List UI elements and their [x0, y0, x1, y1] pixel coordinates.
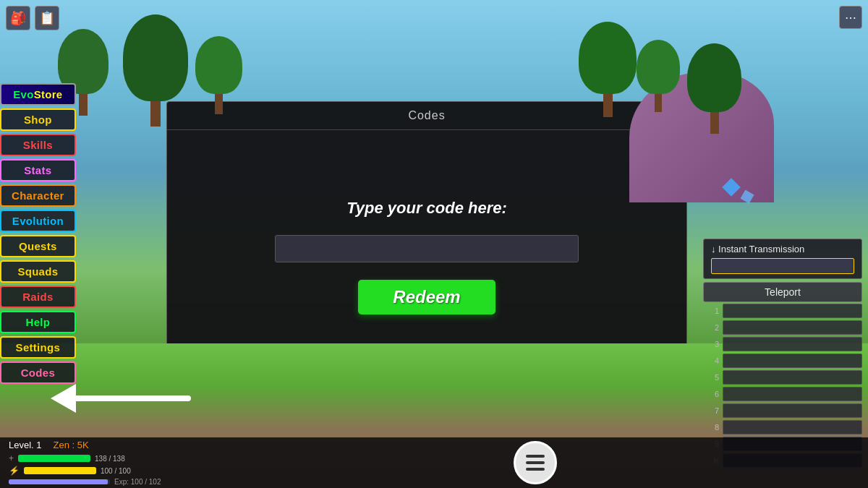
hp-row: + 138 / 138 [9, 453, 211, 463]
sidebar-item-raids[interactable]: Raids [0, 286, 76, 308]
sidebar-item-stats[interactable]: Stats [0, 159, 76, 181]
sidebar-item-skills[interactable]: Skills [0, 134, 76, 156]
menu-line-3 [526, 468, 545, 471]
sidebar-item-quests[interactable]: Quests [0, 235, 76, 257]
evo-label: Evo [13, 88, 33, 100]
ki-value: 100 / 100 [101, 467, 131, 475]
codes-modal: Codes X Type your code here: Redeem [166, 101, 687, 383]
options-icon[interactable]: ⋯ [839, 6, 862, 29]
transmission-title: ↓ Instant Transmission [711, 244, 854, 254]
sidebar-item-help[interactable]: Help [0, 311, 76, 333]
ki-bar-fill [24, 467, 96, 474]
exp-bar-fill [9, 479, 108, 484]
menu-line-2 [526, 461, 545, 464]
sidebar-item-squads[interactable]: Squads [0, 260, 76, 283]
hp-bar-fill [18, 455, 90, 462]
slot-bar-8: 8 [710, 420, 862, 435]
code-prompt: Type your code here: [346, 199, 507, 218]
ki-row: ⚡ 100 / 100 [9, 466, 211, 476]
slot-num-6: 6 [710, 390, 719, 398]
hud-zen-text: Zen : 5K [54, 440, 89, 450]
bg-tree-4 [579, 22, 637, 117]
hud-left: Level. 1 Zen : 5K + 138 / 138 ⚡ 100 / 10… [9, 440, 211, 486]
slot-bar-2: 2 [710, 320, 862, 335]
bg-tree-6 [687, 43, 741, 134]
slot-fill-3 [723, 337, 862, 351]
slot-fill-7 [723, 403, 862, 418]
slot-bar-4: 4 [710, 354, 862, 368]
menu-button[interactable] [514, 441, 557, 484]
slot-num-7: 7 [710, 406, 719, 415]
top-left-icons: 🎒 📋 [6, 6, 59, 30]
hud-center [211, 441, 859, 484]
code-input[interactable] [275, 235, 579, 262]
bg-tree-2 [123, 14, 188, 127]
svg-marker-1 [51, 384, 76, 413]
sidebar-item-character[interactable]: Character [0, 184, 76, 207]
slot-fill-8 [723, 420, 862, 435]
sidebar-item-evostore[interactable]: EvoStore [0, 83, 76, 106]
bg-crystal-1 [725, 181, 738, 194]
hud-level-text: Level. 1 [9, 440, 42, 450]
teleport-button[interactable]: Teleport [703, 282, 862, 302]
sidebar-item-shop[interactable]: Shop [0, 108, 76, 131]
bg-tree-3 [195, 36, 242, 114]
redeem-button[interactable]: Redeem [358, 280, 495, 314]
slot-fill-6 [723, 387, 862, 401]
slot-bar-3: 3 [710, 337, 862, 351]
slot-num-1: 1 [710, 307, 719, 315]
exp-label: Exp: 100 / 102 [114, 478, 161, 486]
exp-row: Exp: 100 / 102 [9, 478, 211, 486]
hp-icon: + [9, 453, 14, 463]
modal-title: Codes [408, 109, 445, 122]
notebook-icon[interactable]: 📋 [35, 6, 59, 30]
left-sidebar: EvoStore Shop Skills Stats Character Evo… [0, 83, 76, 384]
slot-bar-1: 1 [710, 304, 862, 318]
slot-num-4: 4 [710, 356, 719, 365]
slot-bar-7: 7 [710, 403, 862, 418]
slot-num-3: 3 [710, 340, 719, 348]
hud-level-zen: Level. 1 Zen : 5K [9, 440, 211, 450]
bg-crystal-2 [742, 192, 752, 202]
slot-fill-1 [723, 304, 862, 318]
ki-icon: ⚡ [9, 466, 20, 476]
slot-num-2: 2 [710, 323, 719, 332]
arrow-annotation [43, 341, 203, 416]
right-panel: ↓ Instant Transmission Teleport [703, 239, 862, 302]
sidebar-item-evolution[interactable]: Evolution [0, 210, 76, 232]
hp-value: 138 / 138 [95, 455, 125, 463]
slot-fill-2 [723, 320, 862, 335]
slot-num-8: 8 [710, 423, 719, 432]
backpack-icon[interactable]: 🎒 [6, 6, 30, 30]
slot-bar-5: 5 [710, 370, 862, 385]
ki-bar-bg [24, 467, 96, 474]
menu-line-1 [526, 455, 545, 458]
transmission-input[interactable] [711, 258, 854, 274]
bg-tree-5 [637, 40, 680, 112]
stat-bars: + 138 / 138 ⚡ 100 / 100 [9, 453, 211, 486]
slot-bar-6: 6 [710, 387, 862, 401]
hp-bar-bg [18, 455, 90, 462]
transmission-box: ↓ Instant Transmission [703, 239, 862, 279]
store-label: Store [34, 88, 63, 100]
slot-fill-4 [723, 354, 862, 368]
exp-bar-bg [9, 479, 110, 484]
slot-fill-5 [723, 370, 862, 385]
slot-num-5: 5 [710, 373, 719, 382]
bottom-hud: Level. 1 Zen : 5K + 138 / 138 ⚡ 100 / 10… [0, 437, 868, 488]
